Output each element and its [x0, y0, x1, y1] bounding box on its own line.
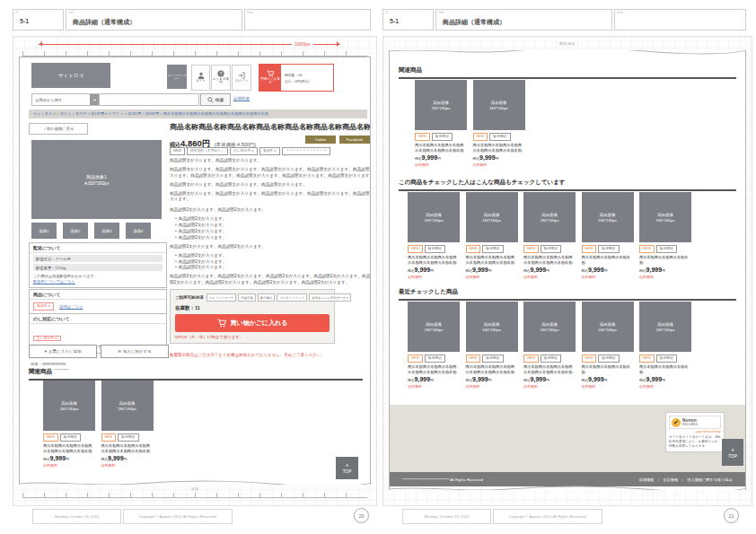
payment-method-chip: マルチペイメント — [277, 293, 307, 302]
product-description: 商品説明文が入ります。商品説明文が入ります。商品説明文が入ります。商品説明文が入… — [170, 158, 371, 298]
product-card[interactable]: 商品画像 180*180px NEW 販売間近 商品名称商品名称商品名称商品名称… — [101, 381, 154, 468]
width-dimension-label: 1000px — [292, 41, 313, 47]
ssl-note: サイト名サイト名サイト名は、SSL暗号化通信により、お客様からの情報を保護してお… — [669, 435, 721, 449]
price-value: 9,999 — [588, 267, 604, 273]
wireframe-page-left: サイトロゴ キャンペーンバナー ガイド ? よくある質問 ログイン 買物かごを見… — [19, 57, 371, 485]
product-card[interactable]: 商品画像 180*180px NEW 販売間近 商品名称商品名称商品名称名称 税… — [639, 192, 691, 279]
description-paragraph: 商品説明文が入ります。商品説明文が入ります。商品説明文が入ります。商品説明文が入… — [170, 167, 371, 179]
document-canvas: ID 5-1 Title 商品詳細（通常構成） Note ID 5-1 Titl… — [0, 0, 756, 534]
share-friend-button[interactable]: ✉ 知人に紹介する — [101, 345, 169, 358]
product-card[interactable]: 商品画像 180*180px NEW 販売間近 商品名称商品名称商品名称商品名称… — [466, 302, 518, 389]
free-shipping-label: 送料無料 — [466, 384, 518, 389]
bottom-ruler — [22, 493, 367, 498]
back-to-top-button[interactable]: ∧ TOP — [336, 457, 358, 479]
product-card-tags: NEW 販売間近 — [408, 245, 460, 253]
product-title: 商品名称商品名称商品名称商品名称商品名称商品名称商品名称 — [170, 122, 371, 132]
advanced-search-link[interactable]: 詳細検索 — [233, 96, 250, 101]
product-card[interactable]: 商品画像 180*180px NEW 販売間近 商品名称商品名称商品名称商品名称… — [473, 80, 525, 167]
search-input[interactable] — [99, 93, 199, 106]
guide-button[interactable]: ガイド — [191, 65, 210, 91]
item-number: 品番：99999999999 — [31, 362, 66, 366]
price-value: 9,999 — [108, 455, 124, 461]
product-name[interactable]: 商品名称商品名称商品名称商品名称商品名称商品名称名称 — [43, 443, 95, 453]
product-card[interactable]: 商品画像 180*180px NEW 販売間近 商品名称商品名称商品名称商品名称… — [43, 381, 95, 468]
twitter-share-button[interactable]: Twitter — [305, 136, 336, 144]
free-shipping-label: 送料無料 — [582, 384, 634, 389]
spec-id-label: ID — [15, 11, 19, 14]
add-favorite-button[interactable]: ♥ お気に入りに追加 — [29, 345, 97, 358]
product-card[interactable]: 商品画像 180*180px NEW 販売間近 商品名称商品名称商品名称商品名称… — [408, 192, 460, 279]
product-image-placeholder: 商品画像 180*180px — [473, 80, 525, 130]
product-name[interactable]: 商品名称商品名称商品名称商品名称商品名称商品名称名称 — [523, 255, 576, 265]
image-thumbnail[interactable]: 画像1 — [31, 223, 57, 239]
back-button[interactable]: ＜前の画面に戻る — [29, 123, 88, 135]
main-product-image[interactable]: 商品画像1 ※300*300px — [31, 140, 162, 219]
product-name[interactable]: 商品名称商品名称商品名称商品名称商品名称商品名称名称 — [466, 364, 518, 374]
artboard-left: 1000px 次頁 サイトロゴ キャンペーンバナー ガイド ? よくある質問 — [13, 36, 377, 506]
site-logo[interactable]: サイトロゴ — [31, 63, 110, 88]
tag-new: NEW — [582, 245, 597, 253]
search-category-select[interactable]: 全商品から探す ▼ — [31, 93, 101, 106]
product-card[interactable]: 商品画像 180*180px NEW 販売間近 商品名称商品名称商品名称名称 税… — [582, 302, 634, 389]
image-thumbnail[interactable]: 画像3 — [94, 223, 119, 239]
footer-link[interactable]: 企業情報 — [663, 477, 687, 482]
detail-link[interactable]: 詳細はこちら — [59, 304, 83, 309]
product-name[interactable]: 商品名称商品名称商品名称名称 — [582, 364, 634, 374]
bullet-item: 商品説明2文が入ります。 — [175, 253, 371, 259]
login-button[interactable]: ログイン — [232, 65, 251, 91]
product-name[interactable]: 商品名称商品名称商品名称商品名称商品名称商品名称名称 — [523, 364, 576, 374]
product-name[interactable]: 商品名称商品名称商品名称名称 — [639, 364, 691, 374]
tax-label: 税込 — [415, 157, 422, 161]
product-card[interactable]: 商品画像 180*180px NEW 販売間近 商品名称商品名称商品名称名称 税… — [639, 302, 691, 389]
product-card[interactable]: 商品画像 180*180px NEW 販売間近 商品名称商品名称商品名称名称 税… — [582, 192, 634, 279]
product-name[interactable]: 商品名称商品名称商品名称商品名称商品名称商品名称名称 — [466, 255, 518, 265]
product-card-tags: NEW 販売間近 — [639, 355, 691, 363]
product-name[interactable]: 商品名称商品名称商品名称名称 — [639, 255, 691, 265]
product-card[interactable]: 商品画像 180*180px NEW 販売間近 商品名称商品名称商品名称商品名称… — [523, 302, 576, 389]
product-card-tags: NEW 販売間近 — [582, 355, 634, 363]
facebook-share-button[interactable]: Facebook — [339, 136, 370, 144]
about-product-box: 商品について 返品不可 詳細はこちら — [29, 289, 167, 315]
faq-button[interactable]: ? よくある質問 — [211, 65, 231, 91]
product-tag: 返品不可 — [259, 147, 280, 155]
footer-link[interactable]: 個人情報に関する取り組み — [687, 477, 733, 482]
search-button[interactable]: 検索 — [200, 93, 231, 106]
add-to-cart-button[interactable]: 買い物かごに入れる — [175, 314, 330, 332]
product-image-label: 商品画像 — [61, 401, 77, 406]
product-image-size: 180*180px — [60, 407, 79, 411]
view-cart-button[interactable]: 買物かごを見る — [259, 65, 281, 91]
product-name[interactable]: 商品名称商品名称商品名称商品名称商品名称商品名称名称 — [473, 143, 525, 153]
tax-label: 税込 — [466, 379, 473, 382]
recently-checked-heading: 最近チェックした商品 — [399, 288, 736, 301]
product-name[interactable]: 商品名称商品名称商品名称商品名称商品名称商品名称名称 — [408, 364, 460, 374]
product-name[interactable]: 商品名称商品名称商品名称商品名称商品名称商品名称名称 — [101, 443, 154, 453]
product-tag: NEW — [170, 147, 185, 155]
spec-id-value: 5-1 — [390, 18, 399, 24]
description2-bullets: 商品説明2文が入ります。商品説明2文が入ります。商品説明2文が入ります。商品説明… — [175, 216, 371, 241]
product-card[interactable]: 商品画像 180*180px NEW 販売間近 商品名称商品名称商品名称商品名称… — [408, 302, 460, 389]
product-card[interactable]: 商品画像 180*180px NEW 販売間近 商品名称商品名称商品名称商品名称… — [466, 192, 518, 279]
product-card[interactable]: 商品画像 180*180px NEW 販売間近 商品名称商品名称商品名称商品名称… — [415, 80, 467, 167]
campaign-banner[interactable]: キャンペーンバナー — [167, 65, 187, 89]
tag-ending-soon: 販売間近 — [432, 133, 453, 141]
product-card[interactable]: 商品画像 180*180px NEW 販売間近 商品名称商品名称商品名称商品名称… — [523, 192, 576, 279]
product-name[interactable]: 商品名称商品名称商品名称商品名称商品名称商品名称名称 — [415, 143, 467, 153]
product-image-label: 商品画像 — [541, 322, 558, 327]
product-image-size: 180*180px — [598, 328, 617, 332]
back-to-top-button[interactable]: ∧ TOP — [722, 439, 743, 466]
payment-method-chip: クレジットカード — [207, 293, 237, 302]
image-thumbnail[interactable]: 画像4 — [126, 223, 151, 239]
tax-label: 税込 — [523, 269, 531, 273]
no-return-tag: 返品不可 — [33, 302, 54, 311]
product-image-placeholder: 商品画像 180*180px — [582, 192, 634, 242]
prev-page-note: 前頁 続き — [383, 41, 752, 46]
action-buttons-row: ♥ お気に入りに追加 ✉ 知人に紹介する — [29, 345, 169, 358]
breadcrumb[interactable]: サイト名サイト名サイト名TOP > 第1階層カテゴリー > 第2階層 > 第3階… — [29, 109, 367, 118]
footer-link[interactable]: 店舗情報 — [639, 477, 664, 482]
product-card-tags: NEW 販売間近 — [639, 245, 691, 253]
shipping-fee-link[interactable]: 配送料についてはこちら — [33, 279, 75, 284]
description-paragraph: 商品説明2文が入ります。商品説明2文が入ります。商品説明2文が入ります。商品説明… — [170, 274, 371, 286]
product-name[interactable]: 商品名称商品名称商品名称名称 — [582, 255, 634, 265]
product-name[interactable]: 商品名称商品名称商品名称商品名称商品名称商品名称名称 — [408, 255, 460, 265]
image-thumbnail[interactable]: 画像2 — [63, 223, 88, 239]
